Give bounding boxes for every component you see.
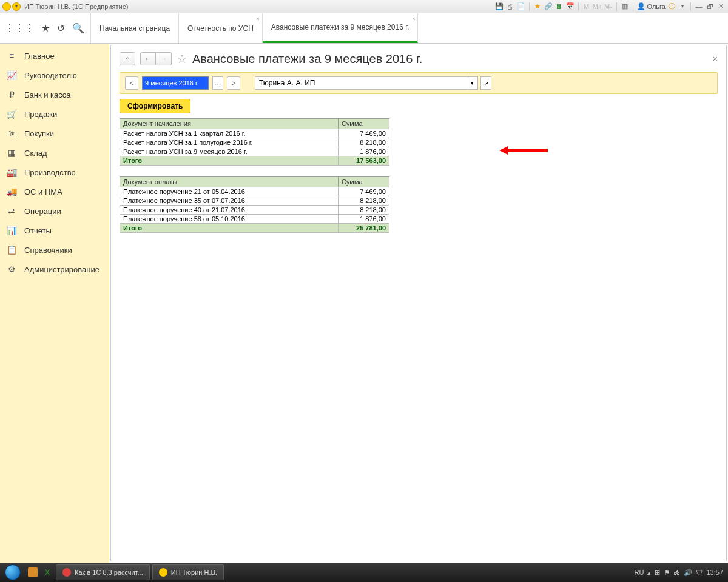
save-icon[interactable]: 💾	[494, 2, 504, 12]
main: ≡Главное 📈Руководителю ₽Банк и касса 🛒Пр…	[0, 44, 728, 563]
total-sum: 25 781,00	[339, 224, 389, 233]
tray-shield-icon[interactable]: 🛡	[696, 569, 703, 576]
sidebar-item-admin[interactable]: ⚙Администрирование	[0, 259, 109, 279]
sidebar-item-warehouse[interactable]: ▦Склад	[0, 143, 109, 162]
task-label: Как в 1С 8.3 рассчит...	[75, 569, 143, 576]
sidebar-item-sales[interactable]: 🛒Продажи	[0, 104, 109, 124]
taskbar: X Как в 1С 8.3 рассчит... ИП Тюрин Н.В. …	[0, 563, 728, 582]
sidebar-item-assets[interactable]: 🚚ОС и НМА	[0, 182, 109, 201]
tray-up-icon[interactable]: ▴	[647, 569, 651, 577]
task-label: ИП Тюрин Н.В.	[171, 569, 217, 576]
cart-icon: 🛒	[6, 109, 17, 119]
highlight-arrow-icon	[499, 146, 548, 155]
link-icon[interactable]: 🔗	[544, 2, 553, 12]
windows-orb-icon	[5, 564, 21, 580]
sidebar-item-purchases[interactable]: 🛍Покупки	[0, 124, 109, 143]
opera-icon	[62, 568, 71, 577]
tab-close-icon[interactable]: ×	[412, 16, 415, 22]
period-prev-button[interactable]: <	[125, 76, 138, 90]
sidebar-item-manager[interactable]: 📈Руководителю	[0, 65, 109, 85]
forward-button[interactable]: →	[156, 52, 172, 65]
main-icon: ≡	[6, 51, 17, 61]
task-item-browser[interactable]: Как в 1С 8.3 рассчит...	[56, 564, 150, 580]
close-window-icon[interactable]: ✕	[716, 2, 726, 12]
sidebar-item-label: Администрирование	[24, 265, 99, 274]
generate-button[interactable]: Сформировать	[120, 99, 190, 113]
tray-action-icon[interactable]: ⊞	[655, 569, 660, 577]
cell-sum: 7 469,00	[339, 187, 389, 196]
cell-doc: Расчет налога УСН за 9 месяцев 2016 г.	[120, 147, 339, 156]
table-row[interactable]: Платежное поручение 58 от 05.10.20161 87…	[120, 215, 389, 224]
calc-icon[interactable]: 🖩	[554, 2, 564, 12]
tray-time[interactable]: 13:57	[706, 569, 723, 576]
page-close-button[interactable]: ×	[713, 54, 718, 64]
sidebar-item-main[interactable]: ≡Главное	[0, 46, 109, 65]
org-open-button[interactable]: ↗	[480, 76, 491, 90]
print-icon[interactable]: 🖨	[505, 2, 515, 12]
sidebar-item-production[interactable]: 🏭Производство	[0, 162, 109, 182]
home-button[interactable]: ⌂	[120, 52, 135, 65]
apps-icon[interactable]: ⋮⋮⋮	[5, 22, 34, 34]
table-row[interactable]: Расчет налога УСН за 1 полугодие 2016 г.…	[120, 138, 389, 147]
table-row[interactable]: Платежное поручение 35 от 07.07.20168 21…	[120, 196, 389, 206]
sidebar-item-catalogs[interactable]: 📋Справочники	[0, 240, 109, 259]
dropdown-icon[interactable]: ▾	[12, 2, 21, 11]
sidebar-item-label: Операции	[24, 207, 61, 216]
tray-flag-icon[interactable]: ⚑	[664, 569, 670, 577]
m-minus-icon[interactable]: M-	[604, 2, 613, 12]
task-item-1c[interactable]: ИП Тюрин Н.В.	[152, 564, 224, 580]
back-button[interactable]: ←	[140, 52, 156, 65]
period-picker-button[interactable]: …	[212, 76, 223, 90]
tab-usn-report[interactable]: Отчетность по УСН×	[179, 13, 263, 43]
table-row[interactable]: Расчет налога УСН за 1 квартал 2016 г.7 …	[120, 129, 389, 138]
system-tray: RU ▴ ⊞ ⚑ 🖧 🔊 🛡 13:57	[630, 569, 728, 577]
quick-launch-explorer[interactable]	[25, 564, 40, 580]
tab-start[interactable]: Начальная страница	[91, 13, 179, 43]
doc-icon[interactable]: 📄	[516, 2, 526, 12]
maximize-icon[interactable]: 🗗	[705, 2, 715, 12]
info-icon[interactable]: ⓘ	[667, 2, 676, 12]
sidebar-item-label: Производство	[24, 168, 76, 177]
sidebar-item-label: Руководителю	[24, 71, 77, 80]
calendar-icon[interactable]: 📅	[565, 2, 575, 12]
sidebar-item-bank[interactable]: ₽Банк и касса	[0, 85, 109, 104]
sidebar-item-label: Главное	[24, 52, 55, 61]
star-outline-icon[interactable]: ☆	[177, 52, 187, 66]
org-input[interactable]	[255, 76, 467, 90]
favorite-icon[interactable]: ★	[41, 22, 50, 34]
cell-doc: Расчет налога УСН за 1 полугодие 2016 г.	[120, 138, 339, 147]
sidebar-item-reports[interactable]: 📊Отчеты	[0, 221, 109, 240]
1c-icon	[159, 568, 167, 577]
tray-network-icon[interactable]: 🖧	[673, 569, 680, 576]
sidebar-item-operations[interactable]: ⇄Операции	[0, 201, 109, 221]
tab-advance[interactable]: Авансовые платежи за 9 месяцев 2016 г.×	[263, 13, 419, 43]
tab-label: Начальная страница	[99, 24, 170, 33]
period-input[interactable]	[142, 76, 209, 90]
table-row[interactable]: Платежное поручение 21 от 05.04.20167 46…	[120, 187, 389, 196]
period-next-button[interactable]: >	[227, 76, 240, 90]
org-dropdown-button[interactable]: ▾	[467, 76, 478, 90]
payment-table: Документ оплатыСумма Платежное поручение…	[120, 176, 389, 233]
quick-launch-excel[interactable]: X	[40, 564, 55, 580]
cell-doc: Платежное поручение 58 от 05.10.2016	[120, 215, 339, 224]
tab-close-icon[interactable]: ×	[257, 16, 260, 22]
sidebar-item-label: Банк и касса	[24, 90, 71, 99]
star-icon[interactable]: ★	[533, 2, 542, 12]
info-menu-icon[interactable]: ▾	[678, 2, 687, 12]
search-icon[interactable]: 🔍	[72, 22, 84, 34]
bag-icon: 🛍	[6, 129, 17, 138]
sidebar-item-label: Покупки	[24, 129, 54, 138]
m-plus-icon[interactable]: M+	[593, 2, 602, 12]
table-row[interactable]: Платежное поручение 40 от 21.07.20168 21…	[120, 206, 389, 215]
lang-indicator[interactable]: RU	[635, 569, 644, 576]
start-button[interactable]	[0, 563, 25, 582]
m-icon[interactable]: M	[582, 2, 592, 12]
panel-icon[interactable]: ▥	[620, 2, 630, 12]
history-icon[interactable]: ↺	[57, 22, 65, 34]
cell-sum: 7 469,00	[339, 129, 389, 138]
minimize-icon[interactable]: —	[694, 2, 704, 12]
gear-icon: ⚙	[6, 264, 17, 274]
table-row[interactable]: Расчет налога УСН за 9 месяцев 2016 г.1 …	[120, 147, 389, 156]
tray-volume-icon[interactable]: 🔊	[684, 569, 692, 577]
cell-sum: 8 218,00	[339, 206, 389, 215]
